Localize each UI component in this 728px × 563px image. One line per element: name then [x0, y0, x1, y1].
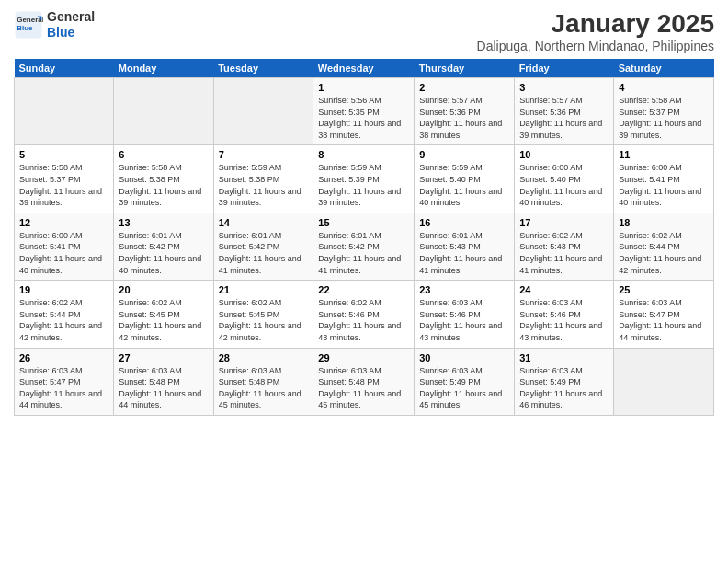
- calendar-cell: 29Sunrise: 6:03 AMSunset: 5:48 PMDayligh…: [313, 348, 415, 415]
- calendar-cell: 22Sunrise: 6:02 AMSunset: 5:46 PMDayligh…: [313, 281, 415, 348]
- day-header-sunday: Sunday: [15, 59, 114, 78]
- page-container: General Blue General Blue January 2025 D…: [0, 0, 728, 563]
- day-header-wednesday: Wednesday: [313, 59, 415, 78]
- day-number: 3: [519, 82, 609, 93]
- day-number: 5: [19, 149, 108, 160]
- title-block: January 2025 Dalipuga, Northern Mindanao…: [477, 9, 714, 53]
- day-info: Sunrise: 6:03 AMSunset: 5:49 PMDaylight:…: [419, 365, 509, 411]
- day-number: 26: [19, 352, 108, 363]
- day-number: 9: [419, 149, 509, 160]
- calendar-week-1: 1Sunrise: 5:56 AMSunset: 5:35 PMDaylight…: [15, 78, 714, 145]
- calendar-cell: 12Sunrise: 6:00 AMSunset: 5:41 PMDayligh…: [15, 213, 114, 280]
- day-info: Sunrise: 6:03 AMSunset: 5:46 PMDaylight:…: [419, 297, 509, 343]
- day-number: 8: [318, 149, 409, 160]
- day-info: Sunrise: 6:03 AMSunset: 5:48 PMDaylight:…: [318, 365, 409, 411]
- day-number: 23: [419, 284, 509, 295]
- day-info: Sunrise: 6:02 AMSunset: 5:44 PMDaylight:…: [619, 230, 709, 276]
- day-info: Sunrise: 5:58 AMSunset: 5:37 PMDaylight:…: [19, 162, 108, 208]
- day-info: Sunrise: 6:03 AMSunset: 5:47 PMDaylight:…: [19, 365, 108, 411]
- day-info: Sunrise: 6:00 AMSunset: 5:40 PMDaylight:…: [519, 162, 609, 208]
- day-info: Sunrise: 6:01 AMSunset: 5:43 PMDaylight:…: [419, 230, 509, 276]
- day-info: Sunrise: 5:59 AMSunset: 5:38 PMDaylight:…: [219, 162, 309, 208]
- day-number: 27: [119, 352, 208, 363]
- calendar-cell: [15, 78, 114, 145]
- day-info: Sunrise: 6:00 AMSunset: 5:41 PMDaylight:…: [619, 162, 709, 208]
- day-info: Sunrise: 6:03 AMSunset: 5:46 PMDaylight:…: [519, 297, 609, 343]
- day-info: Sunrise: 5:57 AMSunset: 5:36 PMDaylight:…: [519, 95, 609, 141]
- day-info: Sunrise: 6:03 AMSunset: 5:48 PMDaylight:…: [119, 365, 208, 411]
- calendar-cell: 25Sunrise: 6:03 AMSunset: 5:47 PMDayligh…: [614, 281, 714, 348]
- logo-icon: General Blue: [14, 10, 43, 40]
- day-info: Sunrise: 5:58 AMSunset: 5:38 PMDaylight:…: [119, 162, 208, 208]
- calendar-cell: [213, 78, 313, 145]
- day-info: Sunrise: 6:01 AMSunset: 5:42 PMDaylight:…: [119, 230, 208, 276]
- calendar-week-3: 12Sunrise: 6:00 AMSunset: 5:41 PMDayligh…: [15, 213, 714, 280]
- day-info: Sunrise: 5:59 AMSunset: 5:40 PMDaylight:…: [419, 162, 509, 208]
- day-number: 13: [119, 217, 208, 228]
- day-number: 21: [219, 284, 309, 295]
- calendar-cell: 14Sunrise: 6:01 AMSunset: 5:42 PMDayligh…: [213, 213, 313, 280]
- page-title: January 2025: [477, 9, 714, 39]
- day-info: Sunrise: 5:56 AMSunset: 5:35 PMDaylight:…: [318, 95, 409, 141]
- svg-text:Blue: Blue: [17, 24, 33, 32]
- day-number: 22: [318, 284, 409, 295]
- logo: General Blue General Blue: [14, 9, 95, 40]
- calendar-cell: 27Sunrise: 6:03 AMSunset: 5:48 PMDayligh…: [114, 348, 213, 415]
- calendar-cell: [614, 348, 714, 415]
- calendar-cell: 10Sunrise: 6:00 AMSunset: 5:40 PMDayligh…: [515, 145, 614, 213]
- calendar-cell: 7Sunrise: 5:59 AMSunset: 5:38 PMDaylight…: [213, 145, 313, 213]
- calendar-cell: 11Sunrise: 6:00 AMSunset: 5:41 PMDayligh…: [614, 145, 714, 213]
- day-info: Sunrise: 5:57 AMSunset: 5:36 PMDaylight:…: [419, 95, 509, 141]
- day-number: 6: [119, 149, 208, 160]
- logo-text: General Blue: [47, 9, 95, 40]
- day-number: 19: [19, 284, 108, 295]
- calendar-cell: 23Sunrise: 6:03 AMSunset: 5:46 PMDayligh…: [415, 281, 515, 348]
- day-number: 2: [419, 82, 509, 93]
- calendar-cell: 26Sunrise: 6:03 AMSunset: 5:47 PMDayligh…: [15, 348, 114, 415]
- calendar-week-2: 5Sunrise: 5:58 AMSunset: 5:37 PMDaylight…: [15, 145, 714, 213]
- day-info: Sunrise: 6:02 AMSunset: 5:44 PMDaylight:…: [19, 297, 108, 343]
- day-header-thursday: Thursday: [415, 59, 515, 78]
- day-info: Sunrise: 6:00 AMSunset: 5:41 PMDaylight:…: [19, 230, 108, 276]
- calendar-cell: 3Sunrise: 5:57 AMSunset: 5:36 PMDaylight…: [515, 78, 614, 145]
- day-number: 31: [519, 352, 609, 363]
- calendar-cell: 1Sunrise: 5:56 AMSunset: 5:35 PMDaylight…: [313, 78, 415, 145]
- calendar-week-5: 26Sunrise: 6:03 AMSunset: 5:47 PMDayligh…: [15, 348, 714, 415]
- calendar-cell: 17Sunrise: 6:02 AMSunset: 5:43 PMDayligh…: [515, 213, 614, 280]
- page-subtitle: Dalipuga, Northern Mindanao, Philippines: [477, 39, 714, 53]
- calendar-cell: 20Sunrise: 6:02 AMSunset: 5:45 PMDayligh…: [114, 281, 213, 348]
- day-info: Sunrise: 6:02 AMSunset: 5:45 PMDaylight:…: [119, 297, 208, 343]
- day-info: Sunrise: 5:59 AMSunset: 5:39 PMDaylight:…: [318, 162, 409, 208]
- page-header: General Blue General Blue January 2025 D…: [14, 9, 714, 53]
- calendar-header-row: SundayMondayTuesdayWednesdayThursdayFrid…: [15, 59, 714, 78]
- day-info: Sunrise: 6:02 AMSunset: 5:45 PMDaylight:…: [219, 297, 309, 343]
- day-info: Sunrise: 6:03 AMSunset: 5:47 PMDaylight:…: [619, 297, 709, 343]
- day-number: 29: [318, 352, 409, 363]
- day-number: 16: [419, 217, 509, 228]
- day-info: Sunrise: 6:03 AMSunset: 5:49 PMDaylight:…: [519, 365, 609, 411]
- day-info: Sunrise: 6:01 AMSunset: 5:42 PMDaylight:…: [318, 230, 409, 276]
- calendar-cell: 28Sunrise: 6:03 AMSunset: 5:48 PMDayligh…: [213, 348, 313, 415]
- day-number: 18: [619, 217, 709, 228]
- calendar-cell: 31Sunrise: 6:03 AMSunset: 5:49 PMDayligh…: [515, 348, 614, 415]
- day-header-saturday: Saturday: [614, 59, 714, 78]
- calendar-cell: 18Sunrise: 6:02 AMSunset: 5:44 PMDayligh…: [614, 213, 714, 280]
- calendar-cell: [114, 78, 213, 145]
- calendar-cell: 8Sunrise: 5:59 AMSunset: 5:39 PMDaylight…: [313, 145, 415, 213]
- day-number: 10: [519, 149, 609, 160]
- day-number: 11: [619, 149, 709, 160]
- day-number: 17: [519, 217, 609, 228]
- calendar-cell: 24Sunrise: 6:03 AMSunset: 5:46 PMDayligh…: [515, 281, 614, 348]
- calendar-cell: 16Sunrise: 6:01 AMSunset: 5:43 PMDayligh…: [415, 213, 515, 280]
- day-header-tuesday: Tuesday: [213, 59, 313, 78]
- day-number: 24: [519, 284, 609, 295]
- day-header-monday: Monday: [114, 59, 213, 78]
- calendar-cell: 30Sunrise: 6:03 AMSunset: 5:49 PMDayligh…: [415, 348, 515, 415]
- day-number: 7: [219, 149, 309, 160]
- calendar-cell: 2Sunrise: 5:57 AMSunset: 5:36 PMDaylight…: [415, 78, 515, 145]
- calendar-cell: 21Sunrise: 6:02 AMSunset: 5:45 PMDayligh…: [213, 281, 313, 348]
- day-number: 4: [619, 82, 709, 93]
- calendar-week-4: 19Sunrise: 6:02 AMSunset: 5:44 PMDayligh…: [15, 281, 714, 348]
- calendar-cell: 19Sunrise: 6:02 AMSunset: 5:44 PMDayligh…: [15, 281, 114, 348]
- calendar-cell: 4Sunrise: 5:58 AMSunset: 5:37 PMDaylight…: [614, 78, 714, 145]
